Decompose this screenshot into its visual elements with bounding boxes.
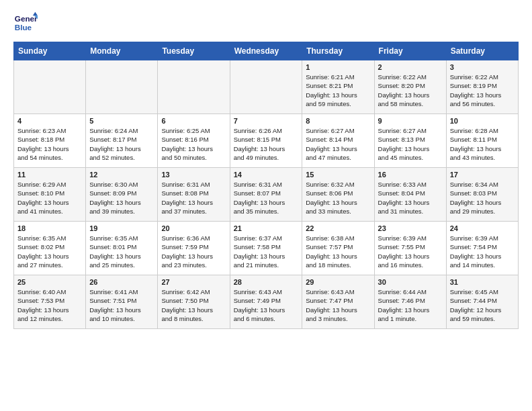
day-number: 17 [450, 171, 515, 179]
day-cell: 12Sunrise: 6:30 AM Sunset: 8:09 PM Dayli… [86, 168, 158, 222]
header-cell-friday: Friday [374, 42, 446, 60]
week-row-3: 11Sunrise: 6:29 AM Sunset: 8:10 PM Dayli… [14, 168, 519, 222]
day-number: 11 [17, 171, 82, 179]
day-cell: 13Sunrise: 6:31 AM Sunset: 8:08 PM Dayli… [158, 168, 230, 222]
day-info: Sunrise: 6:25 AM Sunset: 8:16 PM Dayligh… [161, 126, 226, 162]
day-info: Sunrise: 6:41 AM Sunset: 7:51 PM Dayligh… [89, 287, 154, 323]
day-cell: 22Sunrise: 6:38 AM Sunset: 7:57 PM Dayli… [302, 222, 374, 275]
day-cell: 31Sunrise: 6:45 AM Sunset: 7:44 PM Dayli… [446, 275, 518, 329]
svg-text:Blue: Blue [15, 23, 32, 32]
day-number: 9 [378, 117, 443, 125]
day-number: 5 [89, 117, 154, 125]
day-number: 18 [17, 224, 82, 232]
day-cell: 17Sunrise: 6:34 AM Sunset: 8:03 PM Dayli… [446, 168, 518, 222]
day-number: 12 [89, 171, 154, 179]
day-info: Sunrise: 6:44 AM Sunset: 7:46 PM Dayligh… [378, 287, 443, 323]
day-number: 2 [378, 63, 443, 71]
day-cell: 19Sunrise: 6:35 AM Sunset: 8:01 PM Dayli… [86, 222, 158, 275]
day-cell: 6Sunrise: 6:25 AM Sunset: 8:16 PM Daylig… [158, 114, 230, 168]
day-cell: 15Sunrise: 6:32 AM Sunset: 8:06 PM Dayli… [302, 168, 374, 222]
day-number: 28 [234, 278, 299, 286]
header-cell-thursday: Thursday [302, 42, 374, 60]
day-cell [14, 60, 86, 114]
day-cell: 25Sunrise: 6:40 AM Sunset: 7:53 PM Dayli… [14, 275, 86, 329]
day-cell: 2Sunrise: 6:22 AM Sunset: 8:20 PM Daylig… [374, 60, 446, 114]
day-info: Sunrise: 6:34 AM Sunset: 8:03 PM Dayligh… [450, 180, 515, 216]
day-info: Sunrise: 6:36 AM Sunset: 7:59 PM Dayligh… [161, 234, 226, 269]
day-cell [230, 60, 302, 114]
day-cell: 28Sunrise: 6:43 AM Sunset: 7:49 PM Dayli… [230, 275, 302, 329]
day-cell: 29Sunrise: 6:43 AM Sunset: 7:47 PM Dayli… [302, 275, 374, 329]
day-info: Sunrise: 6:28 AM Sunset: 8:11 PM Dayligh… [450, 126, 515, 162]
day-cell: 23Sunrise: 6:39 AM Sunset: 7:55 PM Dayli… [374, 222, 446, 275]
day-info: Sunrise: 6:22 AM Sunset: 8:19 PM Dayligh… [450, 73, 515, 108]
day-number: 4 [17, 117, 82, 125]
day-info: Sunrise: 6:35 AM Sunset: 8:02 PM Dayligh… [17, 234, 82, 269]
day-info: Sunrise: 6:21 AM Sunset: 8:21 PM Dayligh… [306, 73, 370, 108]
day-info: Sunrise: 6:27 AM Sunset: 8:14 PM Dayligh… [306, 126, 370, 162]
day-cell: 7Sunrise: 6:26 AM Sunset: 8:15 PM Daylig… [230, 114, 302, 168]
day-cell: 9Sunrise: 6:27 AM Sunset: 8:13 PM Daylig… [374, 114, 446, 168]
day-cell [158, 60, 230, 114]
day-number: 22 [306, 224, 370, 232]
day-number: 31 [450, 278, 515, 286]
day-number: 26 [89, 278, 154, 286]
day-info: Sunrise: 6:30 AM Sunset: 8:09 PM Dayligh… [89, 180, 154, 216]
day-info: Sunrise: 6:31 AM Sunset: 8:07 PM Dayligh… [234, 180, 299, 216]
day-number: 23 [378, 224, 443, 232]
day-cell: 10Sunrise: 6:28 AM Sunset: 8:11 PM Dayli… [446, 114, 518, 168]
day-number: 14 [234, 171, 299, 179]
day-info: Sunrise: 6:45 AM Sunset: 7:44 PM Dayligh… [450, 287, 515, 323]
day-info: Sunrise: 6:24 AM Sunset: 8:17 PM Dayligh… [89, 126, 154, 162]
day-cell: 26Sunrise: 6:41 AM Sunset: 7:51 PM Dayli… [86, 275, 158, 329]
calendar-header: SundayMondayTuesdayWednesdayThursdayFrid… [14, 42, 519, 60]
logo: General Blue [13, 11, 38, 35]
day-number: 13 [161, 171, 226, 179]
day-number: 30 [378, 278, 443, 286]
day-info: Sunrise: 6:37 AM Sunset: 7:58 PM Dayligh… [234, 234, 299, 269]
day-cell: 21Sunrise: 6:37 AM Sunset: 7:58 PM Dayli… [230, 222, 302, 275]
day-cell: 11Sunrise: 6:29 AM Sunset: 8:10 PM Dayli… [14, 168, 86, 222]
day-cell: 18Sunrise: 6:35 AM Sunset: 8:02 PM Dayli… [14, 222, 86, 275]
day-info: Sunrise: 6:27 AM Sunset: 8:13 PM Dayligh… [378, 126, 443, 162]
header-cell-wednesday: Wednesday [230, 42, 302, 60]
header-cell-tuesday: Tuesday [158, 42, 230, 60]
day-cell: 27Sunrise: 6:42 AM Sunset: 7:50 PM Dayli… [158, 275, 230, 329]
day-info: Sunrise: 6:32 AM Sunset: 8:06 PM Dayligh… [306, 180, 370, 216]
day-info: Sunrise: 6:26 AM Sunset: 8:15 PM Dayligh… [234, 126, 299, 162]
day-number: 6 [161, 117, 226, 125]
week-row-4: 18Sunrise: 6:35 AM Sunset: 8:02 PM Dayli… [14, 222, 519, 275]
day-number: 21 [234, 224, 299, 232]
day-cell: 16Sunrise: 6:33 AM Sunset: 8:04 PM Dayli… [374, 168, 446, 222]
day-number: 3 [450, 63, 515, 71]
day-info: Sunrise: 6:43 AM Sunset: 7:47 PM Dayligh… [306, 287, 370, 323]
day-info: Sunrise: 6:39 AM Sunset: 7:55 PM Dayligh… [378, 234, 443, 269]
header-cell-saturday: Saturday [446, 42, 518, 60]
day-info: Sunrise: 6:40 AM Sunset: 7:53 PM Dayligh… [17, 287, 82, 323]
day-info: Sunrise: 6:39 AM Sunset: 7:54 PM Dayligh… [450, 234, 515, 269]
week-row-2: 4Sunrise: 6:23 AM Sunset: 8:18 PM Daylig… [14, 114, 519, 168]
day-number: 27 [161, 278, 226, 286]
day-number: 20 [161, 224, 226, 232]
day-info: Sunrise: 6:38 AM Sunset: 7:57 PM Dayligh… [306, 234, 370, 269]
day-number: 25 [17, 278, 82, 286]
calendar-body: 1Sunrise: 6:21 AM Sunset: 8:21 PM Daylig… [14, 60, 519, 329]
day-number: 7 [234, 117, 299, 125]
day-info: Sunrise: 6:33 AM Sunset: 8:04 PM Dayligh… [378, 180, 443, 216]
day-number: 29 [306, 278, 370, 286]
day-cell: 24Sunrise: 6:39 AM Sunset: 7:54 PM Dayli… [446, 222, 518, 275]
day-info: Sunrise: 6:43 AM Sunset: 7:49 PM Dayligh… [234, 287, 299, 323]
day-cell: 8Sunrise: 6:27 AM Sunset: 8:14 PM Daylig… [302, 114, 374, 168]
logo-icon: General Blue [13, 11, 38, 35]
day-info: Sunrise: 6:31 AM Sunset: 8:08 PM Dayligh… [161, 180, 226, 216]
header-row: SundayMondayTuesdayWednesdayThursdayFrid… [14, 42, 519, 60]
day-cell: 30Sunrise: 6:44 AM Sunset: 7:46 PM Dayli… [374, 275, 446, 329]
day-cell: 20Sunrise: 6:36 AM Sunset: 7:59 PM Dayli… [158, 222, 230, 275]
header-cell-monday: Monday [86, 42, 158, 60]
day-cell: 5Sunrise: 6:24 AM Sunset: 8:17 PM Daylig… [86, 114, 158, 168]
day-number: 15 [306, 171, 370, 179]
day-number: 10 [450, 117, 515, 125]
calendar-table: SundayMondayTuesdayWednesdayThursdayFrid… [13, 42, 519, 329]
day-cell: 1Sunrise: 6:21 AM Sunset: 8:21 PM Daylig… [302, 60, 374, 114]
day-info: Sunrise: 6:23 AM Sunset: 8:18 PM Dayligh… [17, 126, 82, 162]
